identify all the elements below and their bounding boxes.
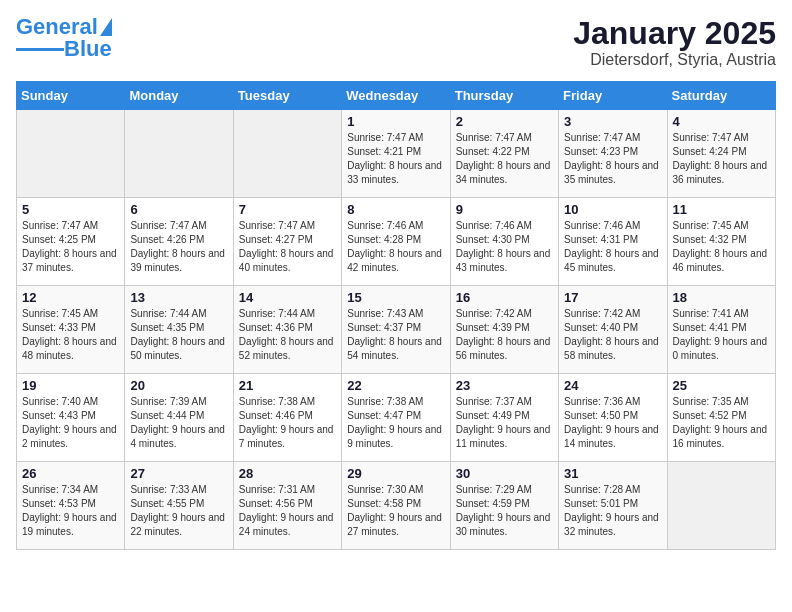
- day-content: Sunrise: 7:40 AM Sunset: 4:43 PM Dayligh…: [22, 395, 119, 451]
- day-content: Sunrise: 7:36 AM Sunset: 4:50 PM Dayligh…: [564, 395, 661, 451]
- day-content: Sunrise: 7:38 AM Sunset: 4:47 PM Dayligh…: [347, 395, 444, 451]
- day-content: Sunrise: 7:44 AM Sunset: 4:35 PM Dayligh…: [130, 307, 227, 363]
- calendar-cell: 1Sunrise: 7:47 AM Sunset: 4:21 PM Daylig…: [342, 110, 450, 198]
- day-number: 16: [456, 290, 553, 305]
- day-number: 18: [673, 290, 770, 305]
- calendar-week-4: 19Sunrise: 7:40 AM Sunset: 4:43 PM Dayli…: [17, 374, 776, 462]
- day-number: 3: [564, 114, 661, 129]
- calendar-week-1: 1Sunrise: 7:47 AM Sunset: 4:21 PM Daylig…: [17, 110, 776, 198]
- calendar-cell: 30Sunrise: 7:29 AM Sunset: 4:59 PM Dayli…: [450, 462, 558, 550]
- month-title: January 2025: [573, 16, 776, 51]
- day-number: 17: [564, 290, 661, 305]
- calendar-cell: 12Sunrise: 7:45 AM Sunset: 4:33 PM Dayli…: [17, 286, 125, 374]
- calendar-cell: 14Sunrise: 7:44 AM Sunset: 4:36 PM Dayli…: [233, 286, 341, 374]
- day-number: 11: [673, 202, 770, 217]
- day-content: Sunrise: 7:44 AM Sunset: 4:36 PM Dayligh…: [239, 307, 336, 363]
- calendar-cell: 22Sunrise: 7:38 AM Sunset: 4:47 PM Dayli…: [342, 374, 450, 462]
- day-content: Sunrise: 7:46 AM Sunset: 4:31 PM Dayligh…: [564, 219, 661, 275]
- calendar-cell: 13Sunrise: 7:44 AM Sunset: 4:35 PM Dayli…: [125, 286, 233, 374]
- day-content: Sunrise: 7:38 AM Sunset: 4:46 PM Dayligh…: [239, 395, 336, 451]
- day-content: Sunrise: 7:37 AM Sunset: 4:49 PM Dayligh…: [456, 395, 553, 451]
- day-content: Sunrise: 7:47 AM Sunset: 4:21 PM Dayligh…: [347, 131, 444, 187]
- calendar-cell: 18Sunrise: 7:41 AM Sunset: 4:41 PM Dayli…: [667, 286, 775, 374]
- day-number: 15: [347, 290, 444, 305]
- calendar-cell: [17, 110, 125, 198]
- day-header-friday: Friday: [559, 82, 667, 110]
- calendar-cell: 20Sunrise: 7:39 AM Sunset: 4:44 PM Dayli…: [125, 374, 233, 462]
- day-number: 28: [239, 466, 336, 481]
- day-header-thursday: Thursday: [450, 82, 558, 110]
- day-content: Sunrise: 7:47 AM Sunset: 4:24 PM Dayligh…: [673, 131, 770, 187]
- day-number: 31: [564, 466, 661, 481]
- day-content: Sunrise: 7:30 AM Sunset: 4:58 PM Dayligh…: [347, 483, 444, 539]
- day-content: Sunrise: 7:47 AM Sunset: 4:25 PM Dayligh…: [22, 219, 119, 275]
- day-number: 6: [130, 202, 227, 217]
- day-number: 13: [130, 290, 227, 305]
- day-number: 25: [673, 378, 770, 393]
- calendar-cell: 4Sunrise: 7:47 AM Sunset: 4:24 PM Daylig…: [667, 110, 775, 198]
- calendar-cell: 26Sunrise: 7:34 AM Sunset: 4:53 PM Dayli…: [17, 462, 125, 550]
- day-header-saturday: Saturday: [667, 82, 775, 110]
- calendar-cell: 15Sunrise: 7:43 AM Sunset: 4:37 PM Dayli…: [342, 286, 450, 374]
- day-content: Sunrise: 7:47 AM Sunset: 4:26 PM Dayligh…: [130, 219, 227, 275]
- day-content: Sunrise: 7:29 AM Sunset: 4:59 PM Dayligh…: [456, 483, 553, 539]
- calendar-cell: 19Sunrise: 7:40 AM Sunset: 4:43 PM Dayli…: [17, 374, 125, 462]
- day-number: 19: [22, 378, 119, 393]
- location-subtitle: Dietersdorf, Styria, Austria: [573, 51, 776, 69]
- day-number: 14: [239, 290, 336, 305]
- calendar-cell: [233, 110, 341, 198]
- day-header-monday: Monday: [125, 82, 233, 110]
- day-content: Sunrise: 7:46 AM Sunset: 4:30 PM Dayligh…: [456, 219, 553, 275]
- day-header-wednesday: Wednesday: [342, 82, 450, 110]
- calendar-cell: 11Sunrise: 7:45 AM Sunset: 4:32 PM Dayli…: [667, 198, 775, 286]
- calendar-cell: 31Sunrise: 7:28 AM Sunset: 5:01 PM Dayli…: [559, 462, 667, 550]
- calendar-cell: 6Sunrise: 7:47 AM Sunset: 4:26 PM Daylig…: [125, 198, 233, 286]
- day-content: Sunrise: 7:43 AM Sunset: 4:37 PM Dayligh…: [347, 307, 444, 363]
- day-number: 24: [564, 378, 661, 393]
- calendar-cell: 8Sunrise: 7:46 AM Sunset: 4:28 PM Daylig…: [342, 198, 450, 286]
- calendar-cell: [667, 462, 775, 550]
- day-number: 8: [347, 202, 444, 217]
- calendar-cell: 21Sunrise: 7:38 AM Sunset: 4:46 PM Dayli…: [233, 374, 341, 462]
- day-content: Sunrise: 7:45 AM Sunset: 4:32 PM Dayligh…: [673, 219, 770, 275]
- day-content: Sunrise: 7:45 AM Sunset: 4:33 PM Dayligh…: [22, 307, 119, 363]
- day-content: Sunrise: 7:33 AM Sunset: 4:55 PM Dayligh…: [130, 483, 227, 539]
- day-number: 29: [347, 466, 444, 481]
- calendar-cell: 7Sunrise: 7:47 AM Sunset: 4:27 PM Daylig…: [233, 198, 341, 286]
- day-number: 22: [347, 378, 444, 393]
- calendar-cell: 23Sunrise: 7:37 AM Sunset: 4:49 PM Dayli…: [450, 374, 558, 462]
- day-number: 27: [130, 466, 227, 481]
- day-content: Sunrise: 7:42 AM Sunset: 4:40 PM Dayligh…: [564, 307, 661, 363]
- day-content: Sunrise: 7:42 AM Sunset: 4:39 PM Dayligh…: [456, 307, 553, 363]
- day-number: 26: [22, 466, 119, 481]
- calendar-week-3: 12Sunrise: 7:45 AM Sunset: 4:33 PM Dayli…: [17, 286, 776, 374]
- calendar-cell: 25Sunrise: 7:35 AM Sunset: 4:52 PM Dayli…: [667, 374, 775, 462]
- day-number: 7: [239, 202, 336, 217]
- calendar-week-5: 26Sunrise: 7:34 AM Sunset: 4:53 PM Dayli…: [17, 462, 776, 550]
- day-number: 10: [564, 202, 661, 217]
- day-content: Sunrise: 7:34 AM Sunset: 4:53 PM Dayligh…: [22, 483, 119, 539]
- calendar-cell: 17Sunrise: 7:42 AM Sunset: 4:40 PM Dayli…: [559, 286, 667, 374]
- day-content: Sunrise: 7:46 AM Sunset: 4:28 PM Dayligh…: [347, 219, 444, 275]
- calendar-cell: 5Sunrise: 7:47 AM Sunset: 4:25 PM Daylig…: [17, 198, 125, 286]
- day-number: 1: [347, 114, 444, 129]
- calendar-cell: [125, 110, 233, 198]
- day-number: 9: [456, 202, 553, 217]
- title-area: January 2025 Dietersdorf, Styria, Austri…: [573, 16, 776, 69]
- day-number: 30: [456, 466, 553, 481]
- calendar-header-row: SundayMondayTuesdayWednesdayThursdayFrid…: [17, 82, 776, 110]
- calendar-cell: 16Sunrise: 7:42 AM Sunset: 4:39 PM Dayli…: [450, 286, 558, 374]
- calendar-cell: 29Sunrise: 7:30 AM Sunset: 4:58 PM Dayli…: [342, 462, 450, 550]
- day-content: Sunrise: 7:41 AM Sunset: 4:41 PM Dayligh…: [673, 307, 770, 363]
- day-number: 5: [22, 202, 119, 217]
- day-number: 20: [130, 378, 227, 393]
- day-number: 12: [22, 290, 119, 305]
- day-header-tuesday: Tuesday: [233, 82, 341, 110]
- calendar-cell: 9Sunrise: 7:46 AM Sunset: 4:30 PM Daylig…: [450, 198, 558, 286]
- day-number: 4: [673, 114, 770, 129]
- day-number: 21: [239, 378, 336, 393]
- day-number: 2: [456, 114, 553, 129]
- day-content: Sunrise: 7:39 AM Sunset: 4:44 PM Dayligh…: [130, 395, 227, 451]
- calendar-cell: 24Sunrise: 7:36 AM Sunset: 4:50 PM Dayli…: [559, 374, 667, 462]
- calendar-cell: 28Sunrise: 7:31 AM Sunset: 4:56 PM Dayli…: [233, 462, 341, 550]
